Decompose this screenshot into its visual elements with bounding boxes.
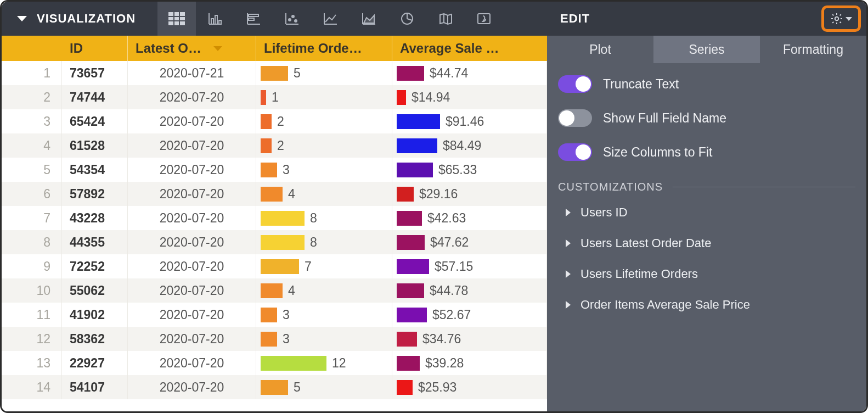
orders-bar bbox=[261, 187, 283, 202]
cell-lifetime-orders: 5 bbox=[256, 61, 392, 85]
cell-id: 57892 bbox=[62, 182, 128, 206]
cell-avg-sale: $25.93 bbox=[392, 375, 547, 399]
cell-lifetime-orders: 8 bbox=[256, 230, 392, 254]
pie-chart-icon[interactable] bbox=[388, 2, 426, 36]
avg-value: $84.49 bbox=[443, 138, 481, 153]
size-columns-to-fit-toggle-row: Size Columns to Fit bbox=[558, 143, 855, 161]
cell-lifetime-orders: 4 bbox=[256, 182, 392, 206]
edit-tabs: PlotSeriesFormatting bbox=[547, 36, 866, 63]
customization-item[interactable]: Users Latest Order Date bbox=[566, 236, 855, 250]
line-chart-icon[interactable] bbox=[311, 2, 350, 36]
horizontal-bar-icon[interactable] bbox=[234, 2, 273, 36]
row-number: 13 bbox=[2, 351, 62, 375]
single-value-icon[interactable] bbox=[465, 2, 503, 36]
column-header-orders[interactable]: Lifetime Orde… bbox=[256, 36, 392, 61]
table-header-row: ID Latest O… Lifetime Orde… Average Sale… bbox=[2, 36, 547, 61]
table-row[interactable]: 3654242020-07-202$91.46 bbox=[2, 109, 547, 133]
table-row[interactable]: 6578922020-07-204$29.16 bbox=[2, 182, 547, 206]
table-row[interactable]: 9722522020-07-207$57.15 bbox=[2, 254, 547, 278]
edit-title: EDIT bbox=[560, 12, 590, 26]
cell-date: 2020-07-20 bbox=[128, 182, 256, 206]
settings-button[interactable] bbox=[821, 5, 861, 32]
table-body[interactable]: 1736572020-07-215$44.742747442020-07-201… bbox=[2, 61, 547, 411]
visualization-pane: VISUALIZATION ID Latest O… Lifetime Orde… bbox=[2, 2, 547, 411]
sort-descending-icon bbox=[213, 46, 222, 51]
cell-lifetime-orders: 8 bbox=[256, 206, 392, 230]
avg-value: $65.33 bbox=[438, 163, 477, 177]
avg-bar bbox=[397, 259, 429, 274]
svg-rect-12 bbox=[249, 14, 258, 16]
bar-chart-icon[interactable] bbox=[196, 2, 234, 36]
customization-item[interactable]: Users Lifetime Orders bbox=[566, 267, 855, 281]
svg-rect-8 bbox=[215, 15, 217, 24]
area-chart-icon[interactable] bbox=[350, 2, 388, 36]
table-row[interactable]: 5543542020-07-203$65.33 bbox=[2, 158, 547, 182]
orders-bar bbox=[261, 259, 299, 274]
orders-bar bbox=[261, 283, 283, 298]
customizations-section: CUSTOMIZATIONS Users IDUsers Latest Orde… bbox=[547, 168, 866, 312]
cell-id: 54354 bbox=[62, 158, 128, 182]
table-row[interactable]: 11419022020-07-203$52.67 bbox=[2, 303, 547, 327]
table-row[interactable]: 14541072020-07-205$25.93 bbox=[2, 375, 547, 399]
svg-rect-0 bbox=[168, 12, 185, 25]
cell-lifetime-orders: 1 bbox=[256, 85, 392, 109]
visualization-title-toggle[interactable]: VISUALIZATION bbox=[2, 12, 151, 26]
row-number: 14 bbox=[2, 375, 62, 399]
cell-id: 72252 bbox=[62, 254, 128, 278]
row-number: 1 bbox=[2, 61, 62, 85]
tab-formatting[interactable]: Formatting bbox=[760, 36, 866, 63]
customization-label: Users Latest Order Date bbox=[580, 236, 711, 250]
truncate-text-toggle[interactable] bbox=[558, 75, 592, 93]
orders-value: 12 bbox=[332, 356, 346, 371]
avg-bar bbox=[397, 283, 424, 298]
row-number: 3 bbox=[2, 109, 62, 133]
table-row[interactable]: 10550622020-07-204$44.78 bbox=[2, 278, 547, 303]
column-header-date[interactable]: Latest O… bbox=[128, 36, 256, 61]
cell-lifetime-orders: 3 bbox=[256, 303, 392, 327]
scatter-icon[interactable] bbox=[273, 2, 311, 36]
cell-avg-sale: $91.46 bbox=[392, 109, 547, 133]
avg-bar bbox=[397, 90, 406, 105]
show-full-field-name-toggle[interactable] bbox=[558, 109, 592, 127]
orders-value: 7 bbox=[305, 259, 312, 274]
table-icon[interactable] bbox=[157, 2, 196, 36]
cell-avg-sale: $52.67 bbox=[392, 303, 547, 327]
cell-avg-sale: $44.74 bbox=[392, 61, 547, 85]
chevron-right-icon bbox=[566, 209, 571, 216]
orders-value: 8 bbox=[310, 211, 317, 226]
table-row[interactable]: 7432282020-07-208$42.63 bbox=[2, 206, 547, 230]
cell-date: 2020-07-20 bbox=[128, 230, 256, 254]
cell-avg-sale: $84.49 bbox=[392, 133, 547, 158]
column-header-avg[interactable]: Average Sale … bbox=[392, 36, 547, 61]
avg-value: $52.67 bbox=[432, 308, 471, 322]
cell-date: 2020-07-20 bbox=[128, 158, 256, 182]
table-row[interactable]: 12583622020-07-203$34.76 bbox=[2, 327, 547, 351]
table-row[interactable]: 4615282020-07-202$84.49 bbox=[2, 133, 547, 158]
row-number: 2 bbox=[2, 85, 62, 109]
cell-id: 41902 bbox=[62, 303, 128, 327]
table-row[interactable]: 13229272020-07-2012$39.28 bbox=[2, 351, 547, 375]
map-icon[interactable] bbox=[426, 2, 465, 36]
orders-bar bbox=[261, 332, 277, 347]
size-columns-to-fit-toggle[interactable] bbox=[558, 143, 592, 161]
cell-date: 2020-07-21 bbox=[128, 61, 256, 85]
table-row[interactable]: 1736572020-07-215$44.74 bbox=[2, 61, 547, 85]
cell-date: 2020-07-20 bbox=[128, 254, 256, 278]
chevron-down-icon bbox=[846, 17, 852, 21]
table-row[interactable]: 8443552020-07-208$47.62 bbox=[2, 230, 547, 254]
row-number: 7 bbox=[2, 206, 62, 230]
tab-plot[interactable]: Plot bbox=[547, 36, 653, 63]
table-row[interactable]: 2747442020-07-201$14.94 bbox=[2, 85, 547, 109]
avg-value: $39.28 bbox=[425, 356, 464, 371]
svg-point-16 bbox=[289, 19, 291, 21]
orders-bar bbox=[261, 66, 288, 81]
customization-item[interactable]: Order Items Average Sale Price bbox=[566, 298, 855, 312]
avg-bar bbox=[397, 235, 425, 250]
cell-date: 2020-07-20 bbox=[128, 327, 256, 351]
tab-series[interactable]: Series bbox=[653, 36, 760, 63]
row-number-header bbox=[2, 36, 62, 61]
chart-type-icons bbox=[157, 2, 503, 36]
row-number: 10 bbox=[2, 278, 62, 303]
customization-item[interactable]: Users ID bbox=[566, 205, 855, 220]
column-header-id[interactable]: ID bbox=[62, 36, 128, 61]
